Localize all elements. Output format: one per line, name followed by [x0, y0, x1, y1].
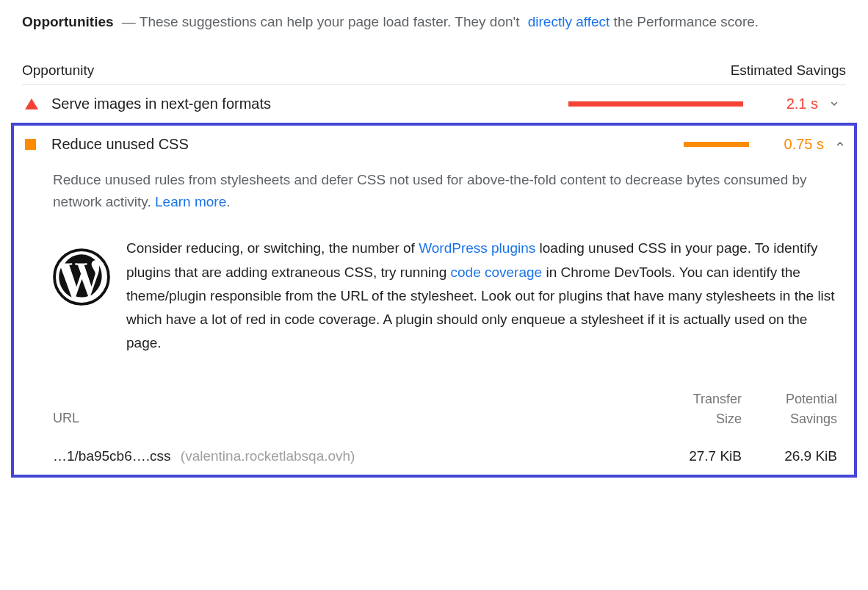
- heading-desc-1: — These suggestions can help your page l…: [122, 14, 524, 29]
- savings-bar: [574, 142, 758, 147]
- savings-bar: [568, 101, 752, 107]
- table-row[interactable]: …1/ba95cb6….css (valentina.rocketlabsqa.…: [53, 435, 837, 467]
- bar-fill: [568, 101, 743, 107]
- chevron-down-icon: [818, 98, 840, 109]
- opportunity-serve-images[interactable]: Serve images in next-gen formats 2.1 s: [22, 85, 846, 123]
- learn-more-link[interactable]: Learn more: [155, 194, 226, 209]
- opportunity-details: Reduce unused rules from stylesheets and…: [22, 163, 846, 468]
- file-host: (valentina.rocketlabsqa.ovh): [181, 448, 355, 464]
- savings-value: 2.1 s: [752, 96, 818, 112]
- opportunities-heading: Opportunities — These suggestions can he…: [22, 12, 846, 33]
- cell-url: …1/ba95cb6….css (valentina.rocketlabsqa.…: [53, 445, 646, 467]
- css-files-table: URL TransferSize PotentialSavings …1/ba9…: [53, 389, 837, 467]
- table-header: URL TransferSize PotentialSavings: [53, 389, 837, 435]
- wordpress-hint: Consider reducing, or switching, the num…: [53, 237, 837, 355]
- code-coverage-link[interactable]: code coverage: [451, 265, 543, 280]
- col-opportunity: Opportunity: [22, 62, 94, 79]
- opportunity-label: Reduce unused CSS: [51, 136, 574, 153]
- file-path: …1/ba95cb6….css: [53, 448, 171, 464]
- col-potential-savings: PotentialSavings: [742, 389, 837, 429]
- col-url: URL: [53, 408, 646, 429]
- wordpress-hint-text: Consider reducing, or switching, the num…: [126, 237, 837, 355]
- wp-plugins-link[interactable]: WordPress plugins: [419, 240, 535, 256]
- directly-affect-link[interactable]: directly affect: [528, 14, 610, 29]
- chevron-up-icon: [824, 138, 846, 150]
- cell-transfer-size: 27.7 KiB: [646, 445, 742, 467]
- col-transfer-size: TransferSize: [646, 389, 742, 429]
- opportunity-label: Serve images in next-gen formats: [51, 96, 568, 112]
- cell-potential-savings: 26.9 KiB: [742, 445, 837, 467]
- savings-value: 0.75 s: [758, 136, 824, 153]
- opportunity-columns-header: Opportunity Estimated Savings: [22, 62, 846, 85]
- highlight-box: Reduce unused CSS 0.75 s Reduce unused r…: [11, 123, 857, 478]
- wp-text-1: Consider reducing, or switching, the num…: [126, 240, 419, 256]
- detail-period: .: [226, 194, 230, 209]
- square-warning-icon: [22, 139, 51, 150]
- col-estimated-savings: Estimated Savings: [731, 62, 846, 79]
- triangle-warning-icon: [22, 98, 51, 109]
- heading-desc-2: the Performance score.: [610, 14, 759, 29]
- wordpress-icon: [53, 248, 110, 306]
- opportunity-reduce-css[interactable]: Reduce unused CSS 0.75 s: [22, 126, 846, 163]
- heading-title: Opportunities: [22, 14, 114, 29]
- bar-fill: [684, 142, 749, 147]
